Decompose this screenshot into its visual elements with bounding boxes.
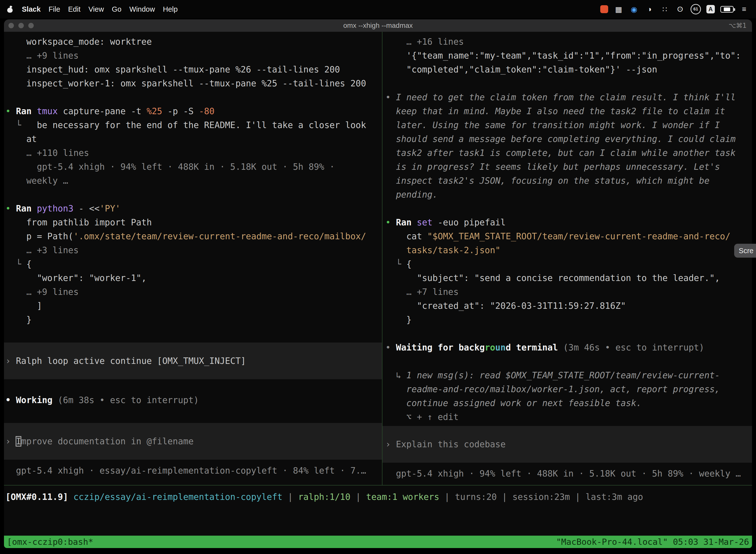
terminal-window[interactable]: omx --xhigh --madmax ⌥⌘1 workspace_mode:… <box>4 19 752 548</box>
menu-go[interactable]: Go <box>108 5 126 13</box>
text-segment: I need to get the claim token from the c… <box>396 92 736 102</box>
text-segment: python3 <box>37 204 79 214</box>
terminal-line: gpt-5.4 xhigh · essay/ai-reimplementatio… <box>5 464 380 478</box>
input-source-icon[interactable]: A <box>706 5 715 13</box>
text-segment: › <box>5 356 16 366</box>
screen-notification-overlay[interactable]: Scre <box>734 244 756 258</box>
zoom-button[interactable] <box>28 23 34 28</box>
text-segment: { <box>406 259 412 269</box>
menu-window[interactable]: Window <box>126 5 159 13</box>
blue-app-icon[interactable]: ◉ <box>629 4 639 14</box>
text-segment: d terminal <box>506 342 563 352</box>
battery-icon[interactable] <box>720 6 734 13</box>
text-segment: gpt-5.4 xhigh · essay/ai-reimplementatio… <box>5 466 366 476</box>
close-button[interactable] <box>8 23 14 28</box>
text-segment: … +16 lines <box>385 37 464 47</box>
terminal-line: inspect_hud: omx sparkshell --tmux-pane … <box>5 63 380 76</box>
menu-edit[interactable]: Edit <box>64 5 84 13</box>
text-segment: Ralph loop active continue [OMX_TMUX_INJ… <box>16 356 246 366</box>
terminal-pane-left[interactable]: workspace_mode: worktree … +9 lines insp… <box>4 32 382 485</box>
text-segment: • <box>5 204 16 214</box>
text-segment: keep that in mind. Maybe I also need the… <box>385 106 725 116</box>
battery-gauge-61[interactable]: 61 <box>691 4 701 14</box>
text-segment: … +9 lines <box>5 51 79 61</box>
terminal-line: … +3 lines <box>5 243 380 257</box>
terminal-line: '{"team_name":"my-team","task_id":"1","f… <box>385 49 749 63</box>
terminal-line: later. Using the same for transition mig… <box>385 118 749 132</box>
half-circle-app-icon[interactable]: ◑ <box>644 4 654 14</box>
window-title: omx --xhigh --madmax <box>4 21 752 30</box>
terminal-line <box>385 202 749 215</box>
terminal-line: keep that in mind. Maybe I also need the… <box>385 104 749 118</box>
menu-file[interactable]: File <box>45 5 64 13</box>
apple-menu-logo[interactable] <box>7 6 13 13</box>
terminal-line <box>5 188 380 202</box>
text-segment: session:23m <box>512 492 570 502</box>
prompt-line[interactable]: › Explain this codebase <box>382 426 752 463</box>
text-segment: -euo pipefail <box>438 217 506 227</box>
terminal-line: └ { <box>5 257 380 271</box>
text-segment: last:3m ago <box>586 492 643 502</box>
grid-icon[interactable]: ▦ <box>614 4 624 14</box>
terminal-line <box>385 76 749 90</box>
text-segment: cczip/essay/ai-reimplementation-copyleft <box>73 492 282 502</box>
text-segment: %25 <box>146 106 162 116</box>
terminal-line: should send a message before completing … <box>385 132 749 146</box>
terminal-line <box>5 327 380 340</box>
terminal-line: … +9 lines <box>5 49 380 63</box>
text-segment: -80 <box>199 106 214 116</box>
text-segment: ] <box>5 301 42 311</box>
text-segment: '.omx/state/team/review-current-readme-a… <box>73 231 366 241</box>
terminal-line: is in progress? It seems likely but perh… <box>385 160 749 174</box>
terminal-line: task2 after task1 is complete, but can I… <box>385 146 749 160</box>
text-segment: { <box>26 259 32 269</box>
text-segment: • <box>385 92 396 102</box>
menubar-status-icons: ▦◉◑∷ʘ61A≡ <box>600 4 749 14</box>
terminal-line <box>5 379 380 393</box>
terminal-line <box>5 90 380 104</box>
text-segment: • <box>5 106 16 116</box>
key-icon[interactable]: ʘ <box>675 4 685 14</box>
text-segment: be necessary for the end of the README. … <box>26 120 366 130</box>
terminal-pane-right[interactable]: … +16 lines '{"team_name":"my-team","tas… <box>382 32 752 485</box>
window-titlebar[interactable]: omx --xhigh --madmax ⌥⌘1 <box>4 19 752 32</box>
terminal-line: • Ran tmux capture-pane -t %25 -p -S -80 <box>5 104 380 118</box>
dots-grid-icon[interactable]: ∷ <box>660 4 670 14</box>
window-shortcut-hint: ⌥⌘1 <box>729 22 752 29</box>
screen-recording-indicator[interactable] <box>600 5 608 13</box>
terminal-line <box>5 407 380 421</box>
prompt-line[interactable]: › Improve documentation in @filename <box>4 423 382 460</box>
text-segment: inspect task2's JSON, focusing on the st… <box>385 176 709 186</box>
text-segment: (6m 38s • esc to interrupt) <box>58 395 199 405</box>
text-segment: • <box>385 342 396 352</box>
terminal-line: p = Path('.omx/state/team/review-current… <box>5 229 380 243</box>
text-segment: "created_at": "2026-03-31T11:59:27.816Z" <box>385 301 626 311</box>
terminal-line: • Ran set -euo pipefail <box>385 215 749 229</box>
text-segment: gpt-5.4 xhigh · 94% left · 488K in · 5.1… <box>5 162 335 172</box>
terminal-line: workspace_mode: worktree <box>5 35 380 49</box>
text-segment: Explain this codebase <box>396 439 506 449</box>
text-segment: └ <box>5 120 26 130</box>
text-segment: └ <box>385 259 406 269</box>
text-segment: … +110 lines <box>5 148 89 158</box>
terminal-line: at <box>5 132 380 146</box>
menu-slack[interactable]: Slack <box>18 5 45 13</box>
terminal-line: weekly … <box>5 174 380 188</box>
prompt-line[interactable]: › Ralph loop active continue [OMX_TMUX_I… <box>4 342 382 379</box>
menu-items: SlackFileEditViewGoWindowHelp <box>18 5 182 13</box>
text-segment: "worker": "worker-1", <box>5 273 146 283</box>
menu-view[interactable]: View <box>84 5 108 13</box>
tmux-host-clock: "MacBook-Pro-44.local" 05:03 31-Mar-26 <box>556 537 749 547</box>
menu-help[interactable]: Help <box>159 5 182 13</box>
minimize-button[interactable] <box>18 23 24 28</box>
text-segment: } <box>385 315 412 325</box>
text-segment: | <box>351 492 366 502</box>
terminal-line <box>385 354 749 368</box>
text-segment: inspect_hud: omx sparkshell --tmux-pane … <box>5 64 340 74</box>
text-segment: -p -S <box>162 106 199 116</box>
terminal-line: inspect_worker-1: omx sparkshell --tmux-… <box>5 76 380 90</box>
terminal-line <box>385 327 749 340</box>
tmux-session-label: [omx-cczip0:bash* <box>7 537 93 547</box>
control-center-icon[interactable]: ≡ <box>739 4 749 14</box>
text-segment: › <box>385 439 396 449</box>
